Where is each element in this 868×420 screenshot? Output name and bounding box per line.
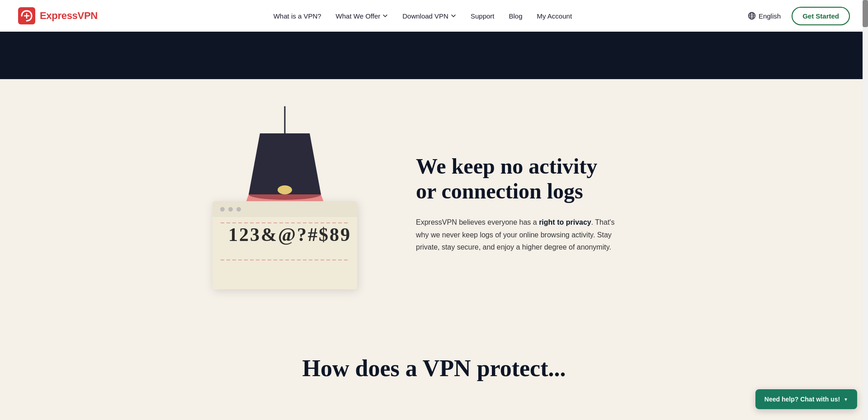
svg-point-8 [278, 185, 292, 194]
nav-what-we-offer[interactable]: What We Offer [336, 12, 388, 20]
nav-download-vpn[interactable]: Download VPN [402, 12, 456, 20]
content-wrapper: 123&@?#$89 We keep no activity or connec… [163, 106, 705, 301]
svg-text:123&@?#$89: 123&@?#$89 [228, 224, 351, 245]
nav-my-account[interactable]: My Account [537, 12, 572, 20]
what-we-offer-chevron-icon [382, 13, 388, 19]
bottom-section: How does a VPN protect... [0, 337, 868, 391]
language-selector[interactable]: English [748, 12, 781, 20]
nav-blog[interactable]: Blog [509, 12, 523, 20]
logo-text: ExpressVPN [40, 10, 98, 22]
bottom-section-title: How does a VPN protect... [302, 355, 566, 382]
language-label: English [759, 12, 781, 20]
svg-point-12 [220, 207, 225, 212]
logo[interactable]: ExpressVPN [18, 7, 98, 24]
lamp-illustration: 123&@?#$89 [190, 106, 380, 301]
download-vpn-chevron-icon [451, 13, 456, 19]
scrollbar-thumb[interactable] [863, 0, 868, 27]
svg-rect-11 [212, 212, 357, 217]
text-content: We keep no activity or connection logs E… [416, 154, 624, 253]
section-title: We keep no activity or connection logs [416, 154, 624, 203]
main-nav: What is a VPN? What We Offer Download VP… [274, 12, 572, 20]
expressvpn-logo-icon [18, 7, 35, 24]
illustration-area: 123&@?#$89 [190, 106, 380, 301]
nav-support[interactable]: Support [471, 12, 495, 20]
chat-widget[interactable]: Need help? Chat with us! ▼ [755, 389, 857, 391]
section-description: ExpressVPN believes everyone has a right… [416, 216, 624, 253]
site-header: ExpressVPN What is a VPN? What We Offer … [0, 0, 868, 32]
nav-right-area: English Get Started [748, 7, 850, 25]
svg-point-14 [236, 207, 241, 212]
globe-icon [748, 12, 756, 20]
get-started-button[interactable]: Get Started [792, 7, 850, 25]
nav-what-is-vpn[interactable]: What is a VPN? [274, 12, 321, 20]
dark-banner [0, 32, 868, 79]
main-section: 123&@?#$89 We keep no activity or connec… [0, 79, 868, 337]
svg-point-13 [228, 207, 233, 212]
scrollbar[interactable] [863, 0, 868, 391]
